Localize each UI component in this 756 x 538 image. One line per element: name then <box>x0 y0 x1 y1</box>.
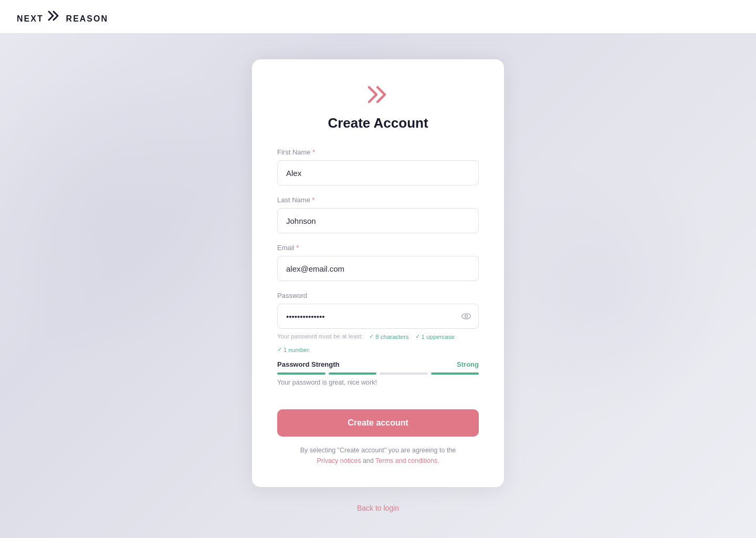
svg-point-0 <box>462 314 471 319</box>
password-label: Password <box>277 292 479 299</box>
strength-header: Password Strength Strong <box>277 360 479 368</box>
strength-bar-2 <box>329 373 377 375</box>
password-hints: Your password must be at least: ✓ 8 char… <box>277 333 479 353</box>
logo-chevron-icon <box>47 10 62 22</box>
email-group: Email * <box>277 244 479 281</box>
signup-form: First Name * Last Name * Email * <box>277 148 479 466</box>
brand-name-part1: NEXT <box>17 14 44 23</box>
last-name-label: Last Name * <box>277 196 479 204</box>
card-logo-icon <box>365 85 391 107</box>
terms-link[interactable]: Terms and conditions. <box>375 457 439 464</box>
legal-text: By selecting "Create account" you are ag… <box>277 445 479 466</box>
strength-bar-4 <box>431 373 479 375</box>
password-toggle-button[interactable] <box>461 311 471 322</box>
strength-value: Strong <box>457 360 479 368</box>
brand-name-part2: REASON <box>66 14 108 23</box>
strength-bar-3 <box>380 373 428 375</box>
email-input[interactable] <box>277 256 479 281</box>
password-input[interactable] <box>277 304 479 329</box>
logo-text: NEXT REASON <box>17 10 108 24</box>
back-to-login-link[interactable]: Back to login <box>357 504 399 512</box>
main-content: Create Account First Name * Last Name * <box>0 34 756 538</box>
eye-icon <box>461 311 471 322</box>
svg-point-1 <box>465 315 468 318</box>
card-chevron-icon <box>365 85 391 105</box>
strength-label: Password Strength <box>277 360 339 368</box>
create-account-button[interactable]: Create account <box>277 409 479 437</box>
strength-bar-1 <box>277 373 326 375</box>
navbar: NEXT REASON <box>0 0 756 34</box>
hint-uppercase: ✓ 1 uppercase <box>415 333 455 340</box>
password-group: Password Your password must be at least: <box>277 292 479 386</box>
privacy-link[interactable]: Privacy notices <box>317 457 361 464</box>
signup-card: Create Account First Name * Last Name * <box>252 59 504 487</box>
password-strength-container: Password Strength Strong Your password i… <box>277 360 479 386</box>
email-label: Email * <box>277 244 479 252</box>
first-name-group: First Name * <box>277 148 479 185</box>
first-name-input[interactable] <box>277 160 479 185</box>
strength-message: Your password is great, nice work! <box>277 379 479 386</box>
last-name-group: Last Name * <box>277 196 479 233</box>
card-header: Create Account <box>277 85 479 131</box>
strength-bars <box>277 373 479 375</box>
hints-prefix: Your password must be at least: <box>277 333 363 340</box>
first-name-label: First Name * <box>277 148 479 156</box>
page-title: Create Account <box>328 115 428 131</box>
hint-number: ✓ 1 number. <box>277 346 310 353</box>
password-wrapper <box>277 304 479 329</box>
logo-container: NEXT REASON <box>17 10 108 24</box>
hint-characters: ✓ 8 characters <box>369 333 408 340</box>
last-name-input[interactable] <box>277 208 479 233</box>
